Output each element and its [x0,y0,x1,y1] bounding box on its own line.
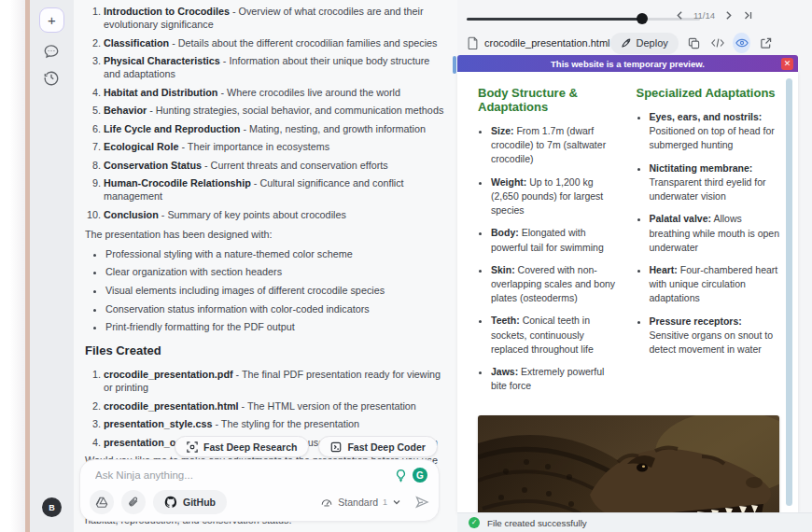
window-edge [0,0,25,532]
list-item: Weight: Up to 1,200 kg (2,650 pounds) fo… [491,175,622,218]
drive-button[interactable] [90,490,114,514]
attach-button[interactable] [121,490,146,514]
file-desc: - The styling for the presentation [215,418,359,429]
slider-handle[interactable] [637,13,648,24]
github-label: GitHub [183,497,216,508]
send-button[interactable] [414,495,429,510]
file-toolbar: crocodile_presentation.html Deploy [467,32,775,54]
term: Jaws: [491,366,518,377]
item-title: Introduction to Crocodiles [104,6,230,17]
fast-deep-coder-button[interactable]: Fast Deep Coder [318,436,437,457]
deploy-button[interactable]: Deploy [610,33,679,54]
app-window: + B Introduction to Crocodiles - Overvie… [0,0,812,532]
item-desc: - Current threats and conservation effor… [204,160,388,171]
chats-icon[interactable] [43,43,60,60]
item-title: Conclusion [104,209,159,220]
paperclip-icon [127,496,140,509]
preview-scrollbar[interactable] [786,78,792,506]
list-item: Classification - Details about the diffe… [104,36,444,49]
status-text: File created successfully [487,518,587,528]
grammarly-icon[interactable]: G [413,468,427,483]
list-item: Human-Crocodile Relationship - Cultural … [104,176,444,203]
list-item: crocodile_presentation.pdf - The final P… [104,368,444,394]
designed-with-list: Professional styling with a nature-theme… [83,247,444,333]
list-item: Visual elements including images of diff… [105,284,444,297]
file-name: presentation_style.css [104,418,212,429]
item-title: Human-Crocodile Relationship [104,177,251,189]
item-title: Ecological Role [104,141,178,152]
list-item: Nictitating membrane: Transparent third … [650,161,780,204]
temporary-preview-banner: This website is a temporary preview. ✕ [457,55,798,72]
file-desc: - The HTML version of the presentation [242,400,416,412]
list-item: Pressure receptors: Sensitive organs on … [650,315,780,357]
last-page-icon[interactable] [742,10,753,21]
pill-label: Fast Deep Coder [347,441,425,453]
presentation-outline-list: Introduction to Crocodiles - Overview of… [83,5,444,221]
deploy-label: Deploy [637,37,668,49]
item-title: Classification [104,37,169,49]
file-name: crocodile_presentation.pdf [104,369,233,380]
composer: G [79,459,440,522]
term: Size: [491,125,514,136]
new-chat-button[interactable]: + [39,7,64,33]
term: Nictitating membrane: [650,162,753,174]
quick-action-pills: Fast Deep Research Fast Deep Coder [175,436,438,457]
item-desc: - Details about the different crocodilia… [172,37,437,49]
list-item: Behavior - Hunting strategies, social be… [104,104,444,117]
list-item: Jaws: Extremely powerful bite force [491,365,622,393]
model-label: Standard [338,497,378,508]
file-name[interactable]: crocodile_presentation.html [484,37,610,49]
term: Teeth: [491,315,520,326]
file-name: crocodile_presentation.html [104,400,239,412]
preview-eye-icon[interactable] [733,33,750,53]
next-page-icon[interactable] [723,10,734,21]
item-desc: - Where crocodiles live around the world [220,87,400,98]
chat-input[interactable] [95,469,375,481]
designed-with-intro: The presentation has been designed with: [85,228,444,241]
github-icon [164,496,177,509]
item-desc: - Hunting strategies, social behavior, a… [149,105,443,116]
success-check-icon: ✓ [469,517,480,528]
gauge-icon [320,496,333,509]
term: Body: [491,227,519,238]
preview-panel: 11/14 crocodile_presentation.html [457,0,812,532]
term: Weight: [491,176,526,188]
website-preview: Body Structure & Adaptations Size: From … [457,72,798,512]
list-item: Eyes, ears, and nostrils: Positioned on … [650,110,780,153]
list-item: Physical Characteristics - Information a… [104,54,444,80]
user-avatar[interactable]: B [42,497,62,517]
crocodile-photo [478,415,779,513]
fast-deep-research-button[interactable]: Fast Deep Research [175,436,309,457]
term: Pressure receptors: [650,315,742,327]
list-item: crocodile_presentation.html - The HTML v… [104,399,444,413]
list-item: Print-friendly formatting for the PDF ou… [105,320,444,333]
icon-rail: + B [30,0,74,532]
version-slider-row: 11/14 [467,10,807,27]
list-item: Professional styling with a nature-theme… [105,247,444,260]
prev-page-icon[interactable] [675,10,685,21]
chevron-down-icon [392,497,401,507]
github-button[interactable]: GitHub [153,490,227,514]
desc: Sensitive organs on snout to detect move… [650,329,774,355]
column-specialized: Specialized Adaptations Eyes, ears, and … [637,86,780,402]
slider-fill [467,18,642,21]
list-item: Ecological Role - Their importance in ec… [104,140,444,153]
term: Skin: [491,264,515,275]
term: Heart: [650,264,678,275]
model-count: 1 [383,497,387,507]
term: Palatal valve: [650,213,712,224]
item-desc: - Mating, nesting, and growth informatio… [243,123,426,134]
status-bar: ✓ File created successfully [457,512,812,532]
code-view-icon[interactable] [709,33,727,53]
copy-icon[interactable] [685,33,703,53]
history-icon[interactable] [43,69,60,86]
banner-close-button[interactable]: ✕ [781,58,793,70]
open-external-icon[interactable] [757,33,775,53]
chat-scrollbar[interactable] [453,56,456,74]
lightbulb-icon[interactable] [394,469,408,483]
column-heading: Body Structure & Adaptations [478,86,622,114]
item-desc: - Their importance in ecosystems [181,141,329,152]
model-selector[interactable]: Standard 1 [320,496,401,509]
term: Eyes, ears, and nostrils: [650,111,763,122]
item-title: Habitat and Distribution [104,87,217,98]
